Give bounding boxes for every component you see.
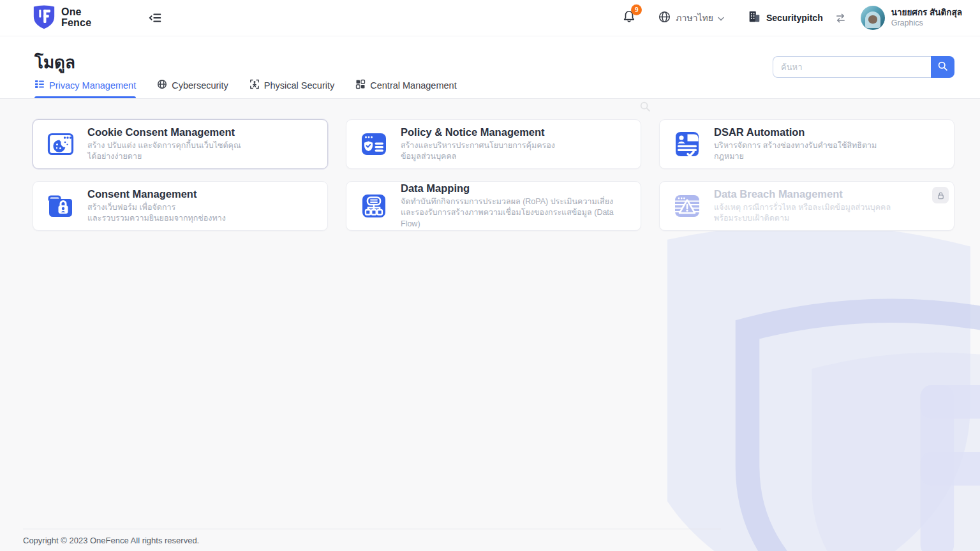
data-mapping-sitemap-icon xyxy=(359,191,389,221)
module-description: สร้างเว็บฟอร์ม เพื่อจัดการ และรวบรวมความ… xyxy=(87,202,226,224)
consent-folder-lock-icon xyxy=(46,191,75,221)
sidebar-collapse-icon[interactable] xyxy=(149,11,163,25)
organization-switcher[interactable]: Securitypitch xyxy=(747,10,823,26)
faint-search-icon xyxy=(639,101,651,115)
module-description: บริหารจัดการ สร้างช่องทางรับคำขอใช้สิทธิ… xyxy=(714,140,877,163)
app-header: One Fence 9 ภาษาไทย xyxy=(0,0,980,36)
tab-label: Central Management xyxy=(370,80,456,91)
building-icon xyxy=(747,10,761,26)
person-motion-icon xyxy=(249,79,260,91)
user-role: Graphics xyxy=(891,18,962,29)
language-label: ภาษาไทย xyxy=(676,11,713,25)
tab-privacy-management[interactable]: Privacy Management xyxy=(34,79,136,98)
module-title: Consent Management xyxy=(87,188,226,200)
cookie-browser-icon xyxy=(46,129,75,159)
logo-wordmark: One Fence xyxy=(61,7,91,29)
tab-physical-security[interactable]: Physical Security xyxy=(249,79,334,98)
module-description: สร้าง ปรับแต่ง และจัดการคุกกี้บนเว็บไซต์… xyxy=(87,140,241,163)
tab-label: Cybersecurity xyxy=(172,80,228,91)
module-title: Cookie Consent Management xyxy=(87,126,241,138)
user-menu[interactable]: นายยศกร สันติกสุล Graphics xyxy=(861,6,962,30)
grid-icon xyxy=(355,79,366,91)
module-description: สร้างและบริหารประกาศนโยบายการคุ้มครอง ข้… xyxy=(401,140,555,163)
search-icon xyxy=(937,61,948,73)
module-card-grid: Cookie Consent Management สร้าง ปรับแต่ง… xyxy=(33,119,954,231)
globe-shield-icon xyxy=(157,79,167,91)
notification-count-badge: 9 xyxy=(631,4,642,15)
locked-module-badge xyxy=(932,187,949,203)
tab-label: Privacy Management xyxy=(49,80,136,91)
copyright-text: Copyright © 2023 OneFence All rights res… xyxy=(23,536,199,545)
module-card-data-breach: Data Breach Management แจ้งเหตุ กรณีการร… xyxy=(659,181,954,231)
search-button[interactable] xyxy=(931,56,954,78)
chevron-down-icon xyxy=(718,13,724,23)
user-avatar xyxy=(861,6,885,30)
module-search xyxy=(773,56,954,78)
globe-icon xyxy=(658,10,671,26)
tab-central-management[interactable]: Central Management xyxy=(355,79,456,98)
module-title: Policy & Notice Management xyxy=(401,126,555,138)
organization-name: Securitypitch xyxy=(766,13,823,23)
tab-label: Physical Security xyxy=(264,80,334,91)
page-title: โมดูล xyxy=(34,49,75,75)
footer-divider xyxy=(23,529,721,529)
user-name: นายยศกร สันติกสุล xyxy=(891,8,962,18)
onefence-watermark xyxy=(667,226,980,551)
module-tabs: Privacy Management Cybersecurity Physi xyxy=(34,79,457,98)
module-card-consent-management[interactable]: Consent Management สร้างเว็บฟอร์ม เพื่อจ… xyxy=(33,181,328,231)
tab-cybersecurity[interactable]: Cybersecurity xyxy=(157,79,228,98)
module-description: จัดทำบันทึกกิจกรรมการประมวลผล (RoPA) ประ… xyxy=(401,196,629,230)
language-selector[interactable]: ภาษาไทย xyxy=(658,10,724,26)
module-title: DSAR Automation xyxy=(714,126,877,138)
policy-shield-icon xyxy=(359,129,389,159)
module-title: Data Breach Management xyxy=(714,188,891,200)
notification-bell-icon[interactable]: 9 xyxy=(622,9,636,27)
switch-organization-icon[interactable] xyxy=(835,12,847,24)
page-topbar: โมดูล Privacy Management xyxy=(0,36,980,99)
onefence-shield-icon xyxy=(32,4,56,32)
module-description: แจ้งเหตุ กรณีการรั่วไหล หรือละเมิดข้อมูล… xyxy=(714,202,891,224)
data-breach-warning-icon xyxy=(672,191,702,221)
module-content: Cookie Consent Management สร้าง ปรับแต่ง… xyxy=(0,99,980,551)
module-card-data-mapping[interactable]: Data Mapping จัดทำบันทึกกิจกรรมการประมวล… xyxy=(346,181,641,231)
search-input[interactable] xyxy=(773,56,931,78)
module-title: Data Mapping xyxy=(401,182,629,195)
list-rows-icon xyxy=(34,79,45,91)
module-card-policy-notice[interactable]: Policy & Notice Management สร้างและบริหา… xyxy=(346,119,641,169)
module-card-cookie-consent[interactable]: Cookie Consent Management สร้าง ปรับแต่ง… xyxy=(33,119,328,169)
onefence-logo[interactable]: One Fence xyxy=(32,4,91,32)
dsar-document-icon xyxy=(672,129,702,159)
module-card-dsar-automation[interactable]: DSAR Automation บริหารจัดการ สร้างช่องทา… xyxy=(659,119,954,169)
